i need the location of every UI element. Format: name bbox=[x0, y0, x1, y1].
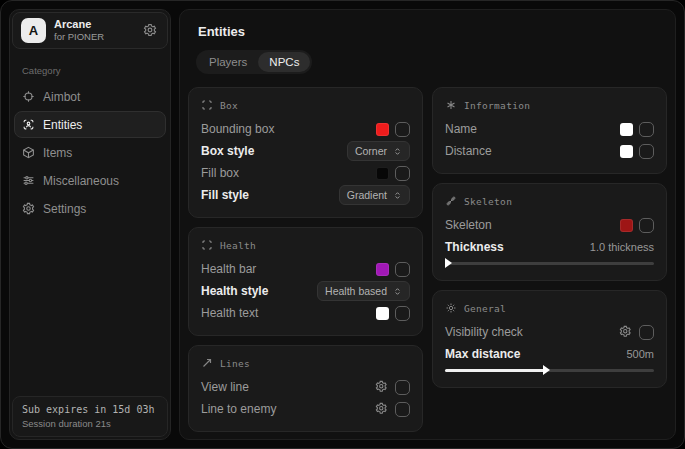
bounding-box-color-swatch[interactable] bbox=[376, 123, 389, 136]
name-checkbox[interactable] bbox=[639, 122, 654, 137]
sidebar-item-label: Settings bbox=[43, 202, 86, 216]
name-color-swatch[interactable] bbox=[620, 123, 633, 136]
row-label: Skeleton bbox=[445, 218, 492, 232]
health-bar-color-swatch[interactable] bbox=[376, 263, 389, 276]
corner-brackets-icon bbox=[201, 239, 213, 251]
lines-card-header: Lines bbox=[201, 357, 410, 369]
gear-icon bbox=[375, 402, 388, 416]
main-panel: Entities Players NPCs Box Bounding box bbox=[179, 9, 676, 440]
line-to-enemy-row: Line to enemy bbox=[201, 398, 410, 420]
tab-npcs[interactable]: NPCs bbox=[258, 52, 310, 72]
app-meta: Arcane for PIONER bbox=[54, 18, 104, 43]
max-distance-slider-handle[interactable] bbox=[543, 365, 550, 375]
box-style-dropdown[interactable]: Corner bbox=[347, 141, 410, 161]
app-subtitle: for PIONER bbox=[54, 32, 104, 43]
cube-icon bbox=[22, 146, 35, 159]
sidebar-item-aimbot[interactable]: Aimbot bbox=[14, 83, 166, 110]
information-card-header: Information bbox=[445, 99, 654, 111]
name-row: Name bbox=[445, 118, 654, 140]
tab-players[interactable]: Players bbox=[198, 52, 258, 72]
health-bar-checkbox[interactable] bbox=[395, 262, 410, 277]
visibility-check-checkbox[interactable] bbox=[639, 325, 654, 340]
skeleton-checkbox[interactable] bbox=[639, 218, 654, 233]
health-text-color-swatch[interactable] bbox=[376, 307, 389, 320]
distance-checkbox[interactable] bbox=[639, 144, 654, 159]
row-label: Health bar bbox=[201, 262, 256, 276]
row-label: Health style bbox=[201, 284, 268, 298]
sidebar-nav: Category Aimbot Entities Items bbox=[10, 51, 170, 394]
sliders-icon bbox=[22, 174, 35, 187]
general-card: General Visibility check bbox=[432, 290, 667, 388]
health-text-row: Health text bbox=[201, 302, 410, 324]
row-controls bbox=[376, 166, 410, 181]
tab-bar: Players NPCs bbox=[196, 50, 312, 74]
max-distance-value: 500m bbox=[626, 348, 654, 360]
row-label: Health text bbox=[201, 306, 258, 320]
card-title: Skeleton bbox=[464, 196, 512, 207]
fill-box-color-swatch[interactable] bbox=[376, 167, 389, 180]
box-style-row: Box style Corner bbox=[201, 140, 410, 162]
gear-icon bbox=[143, 23, 157, 39]
row-controls bbox=[376, 306, 410, 321]
sidebar-item-items[interactable]: Items bbox=[14, 139, 166, 166]
fill-box-row: Fill box bbox=[201, 162, 410, 184]
fill-style-row: Fill style Gradient bbox=[201, 184, 410, 206]
card-title: General bbox=[464, 303, 506, 314]
dropdown-value: Health based bbox=[325, 285, 387, 297]
corner-brackets-icon bbox=[201, 99, 213, 111]
sidebar-item-entities[interactable]: Entities bbox=[14, 111, 166, 138]
row-label: Name bbox=[445, 122, 477, 136]
session-duration-text: Session duration 21s bbox=[22, 418, 158, 429]
card-title: Health bbox=[220, 240, 256, 251]
health-style-dropdown[interactable]: Health based bbox=[317, 281, 410, 301]
row-controls bbox=[620, 122, 654, 137]
distance-color-swatch[interactable] bbox=[620, 145, 633, 158]
health-card-header: Health bbox=[201, 239, 410, 251]
row-label: Box style bbox=[201, 144, 254, 158]
dropdown-value: Corner bbox=[355, 145, 387, 157]
skeleton-color-swatch[interactable] bbox=[620, 219, 633, 232]
app-header: A Arcane for PIONER bbox=[12, 12, 168, 49]
header-gear-button[interactable] bbox=[143, 23, 159, 39]
bounding-box-checkbox[interactable] bbox=[395, 122, 410, 137]
subscription-info: Sub expires in 15d 03h Session duration … bbox=[12, 396, 168, 437]
thickness-slider-handle[interactable] bbox=[445, 258, 452, 268]
sidebar: A Arcane for PIONER Category Aimbot bbox=[9, 9, 171, 440]
lines-card: Lines View line bbox=[188, 345, 423, 432]
sidebar-item-label: Aimbot bbox=[43, 90, 80, 104]
sub-expiry-text: Sub expires in 15d 03h bbox=[22, 404, 158, 415]
line-to-enemy-settings-button[interactable] bbox=[375, 402, 389, 416]
max-distance-slider[interactable] bbox=[445, 365, 654, 376]
skeleton-card-header: Skeleton bbox=[445, 195, 654, 207]
entity-scan-icon bbox=[22, 118, 35, 131]
row-label: Distance bbox=[445, 144, 492, 158]
slider-fill bbox=[445, 369, 545, 372]
arcane-window: A Arcane for PIONER Category Aimbot bbox=[0, 0, 685, 449]
view-line-settings-button[interactable] bbox=[375, 380, 389, 394]
general-card-header: General bbox=[445, 302, 654, 314]
thickness-slider[interactable] bbox=[445, 258, 654, 269]
row-controls bbox=[620, 218, 654, 233]
box-card-header: Box bbox=[201, 99, 410, 111]
row-controls bbox=[375, 380, 410, 395]
fill-box-checkbox[interactable] bbox=[395, 166, 410, 181]
unfold-icon bbox=[393, 191, 402, 200]
slider-track[interactable] bbox=[445, 262, 654, 265]
view-line-checkbox[interactable] bbox=[395, 380, 410, 395]
health-bar-row: Health bar bbox=[201, 258, 410, 280]
max-distance-row: Max distance 500m bbox=[445, 344, 654, 364]
visibility-check-settings-button[interactable] bbox=[619, 325, 633, 339]
sidebar-item-label: Items bbox=[43, 146, 72, 160]
bounding-box-row: Bounding box bbox=[201, 118, 410, 140]
sidebar-item-miscellaneous[interactable]: Miscellaneous bbox=[14, 167, 166, 194]
sidebar-item-settings[interactable]: Settings bbox=[14, 195, 166, 222]
line-to-enemy-checkbox[interactable] bbox=[395, 402, 410, 417]
health-text-checkbox[interactable] bbox=[395, 306, 410, 321]
app-logo: A bbox=[21, 18, 46, 43]
health-style-row: Health style Health based bbox=[201, 280, 410, 302]
visibility-check-row: Visibility check bbox=[445, 321, 654, 343]
fill-style-dropdown[interactable]: Gradient bbox=[339, 185, 410, 205]
skeleton-row: Skeleton bbox=[445, 214, 654, 236]
thickness-value: 1.0 thickness bbox=[590, 241, 654, 253]
app-logo-letter: A bbox=[29, 23, 38, 38]
